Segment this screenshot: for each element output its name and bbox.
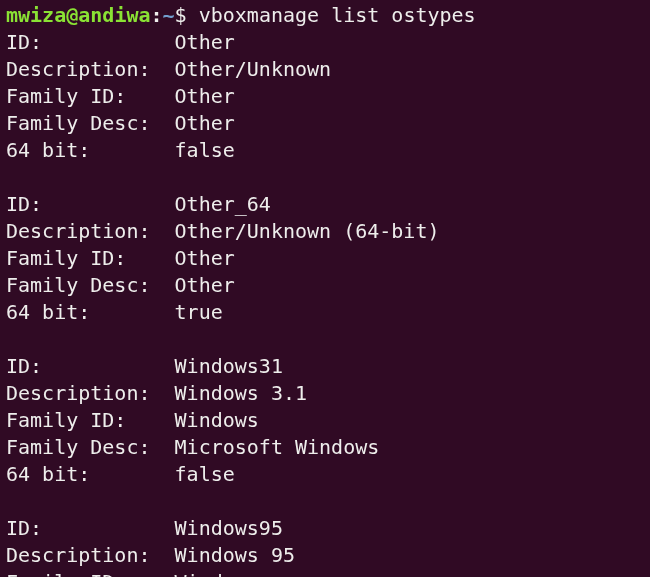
prompt-line[interactable]: mwiza@andiwa:~$ vboxmanage list ostypes bbox=[6, 2, 644, 29]
value-family-desc: Microsoft Windows bbox=[175, 434, 380, 461]
label-family-id: Family ID: bbox=[6, 407, 175, 434]
label-family-desc: Family Desc: bbox=[6, 434, 175, 461]
value-description: Windows 95 bbox=[175, 542, 295, 569]
label-family-id: Family ID: bbox=[6, 569, 175, 577]
terminal-output: ID: OtherDescription: Other/UnknownFamil… bbox=[6, 29, 644, 577]
label-description: Description: bbox=[6, 218, 175, 245]
prompt-colon: : bbox=[151, 3, 163, 27]
label-family-desc: Family Desc: bbox=[6, 272, 175, 299]
prompt-user: mwiza bbox=[6, 3, 66, 27]
label-is64bit: 64 bit: bbox=[6, 137, 175, 164]
prompt-path: ~ bbox=[163, 3, 175, 27]
value-family-id: Other bbox=[175, 83, 235, 110]
value-is64bit: true bbox=[175, 299, 223, 326]
value-is64bit: false bbox=[175, 137, 235, 164]
value-is64bit: false bbox=[175, 461, 235, 488]
output-line-description: Description: Windows 3.1 bbox=[6, 380, 644, 407]
output-line-id: ID: Windows95 bbox=[6, 515, 644, 542]
output-line-family-desc: Family Desc: Microsoft Windows bbox=[6, 434, 644, 461]
label-id: ID: bbox=[6, 353, 175, 380]
value-id: Windows95 bbox=[175, 515, 283, 542]
label-id: ID: bbox=[6, 29, 175, 56]
label-family-id: Family ID: bbox=[6, 245, 175, 272]
label-description: Description: bbox=[6, 56, 175, 83]
output-line-id: ID: Other bbox=[6, 29, 644, 56]
label-family-desc: Family Desc: bbox=[6, 110, 175, 137]
label-description: Description: bbox=[6, 380, 175, 407]
output-line-family-id: Family ID: Windows bbox=[6, 569, 644, 577]
value-description: Windows 3.1 bbox=[175, 380, 307, 407]
output-line-is64bit: 64 bit: true bbox=[6, 299, 644, 326]
output-line-family-id: Family ID: Other bbox=[6, 83, 644, 110]
prompt-dollar: $ bbox=[175, 3, 187, 27]
output-line-id: ID: Other_64 bbox=[6, 191, 644, 218]
output-line-family-id: Family ID: Other bbox=[6, 245, 644, 272]
output-line-description: Description: Other/Unknown bbox=[6, 56, 644, 83]
value-id: Other bbox=[175, 29, 235, 56]
value-family-id: Windows bbox=[175, 407, 259, 434]
blank-line bbox=[6, 164, 644, 191]
output-line-family-id: Family ID: Windows bbox=[6, 407, 644, 434]
prompt-host: andiwa bbox=[78, 3, 150, 27]
output-line-id: ID: Windows31 bbox=[6, 353, 644, 380]
prompt-at: @ bbox=[66, 3, 78, 27]
value-description: Other/Unknown (64-bit) bbox=[175, 218, 440, 245]
value-family-desc: Other bbox=[175, 272, 235, 299]
output-line-is64bit: 64 bit: false bbox=[6, 137, 644, 164]
label-id: ID: bbox=[6, 515, 175, 542]
output-line-is64bit: 64 bit: false bbox=[6, 461, 644, 488]
value-id: Other_64 bbox=[175, 191, 271, 218]
value-family-desc: Other bbox=[175, 110, 235, 137]
value-family-id: Windows bbox=[175, 569, 259, 577]
value-description: Other/Unknown bbox=[175, 56, 332, 83]
blank-line bbox=[6, 488, 644, 515]
value-family-id: Other bbox=[175, 245, 235, 272]
output-line-description: Description: Other/Unknown (64-bit) bbox=[6, 218, 644, 245]
output-line-family-desc: Family Desc: Other bbox=[6, 272, 644, 299]
label-is64bit: 64 bit: bbox=[6, 461, 175, 488]
label-description: Description: bbox=[6, 542, 175, 569]
command-text: vboxmanage list ostypes bbox=[199, 3, 476, 27]
label-family-id: Family ID: bbox=[6, 83, 175, 110]
label-is64bit: 64 bit: bbox=[6, 299, 175, 326]
output-line-family-desc: Family Desc: Other bbox=[6, 110, 644, 137]
label-id: ID: bbox=[6, 191, 175, 218]
blank-line bbox=[6, 326, 644, 353]
value-id: Windows31 bbox=[175, 353, 283, 380]
output-line-description: Description: Windows 95 bbox=[6, 542, 644, 569]
